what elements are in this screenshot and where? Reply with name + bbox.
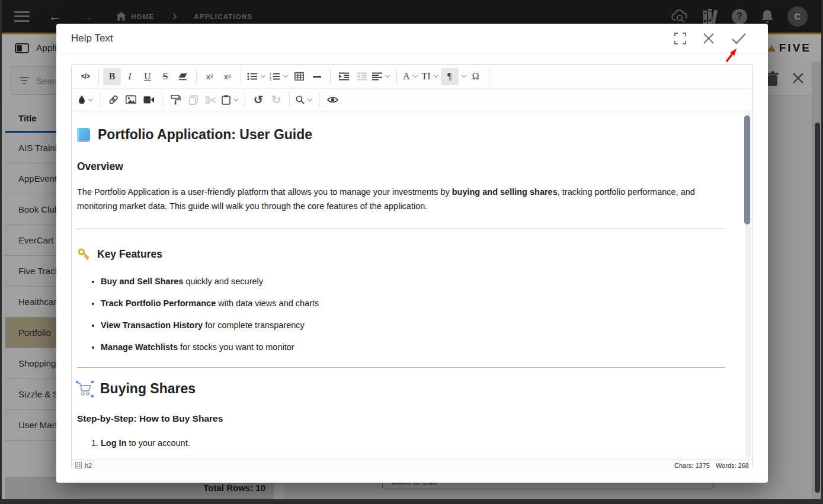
subscript-button[interactable]: x2 (219, 68, 236, 85)
paint-roller-button[interactable] (166, 91, 184, 108)
code-view-button[interactable]: </> (76, 68, 94, 85)
features-list: Buy and Sell Shares quickly and securely… (101, 277, 725, 352)
chevron-down-icon (433, 73, 438, 78)
chevron-down-icon (261, 73, 265, 78)
list-item: View Transaction History for complete tr… (101, 320, 725, 330)
editor-statusbar: h2 Chars: 1375 Words: 268 (72, 459, 752, 471)
chevron-down-icon[interactable] (461, 73, 466, 78)
underline-button[interactable]: U (139, 68, 156, 85)
chevron-down-icon (308, 96, 312, 101)
editor-scrollbar[interactable] (745, 113, 751, 458)
document[interactable]: Portfolio Application: User Guide Overvi… (72, 111, 752, 459)
modal-title: Help Text (71, 33, 113, 44)
modal-header: Help Text (56, 24, 768, 53)
font-color-button[interactable]: A (401, 68, 420, 85)
image-button[interactable] (122, 91, 140, 108)
chevron-down-icon (385, 73, 390, 78)
chevron-down-icon (88, 96, 93, 101)
cut-scissors-icon (202, 91, 220, 108)
superscript-button[interactable]: x2 (201, 68, 219, 85)
overview-paragraph: The Portfolio Application is a user-frie… (77, 185, 725, 213)
editor-content-area[interactable]: Portfolio Application: User Guide Overvi… (72, 111, 752, 459)
screen: ← → HOME APPLICATIONS ? (0, 0, 823, 504)
preview-eye-button[interactable] (324, 91, 341, 108)
save-check-icon[interactable] (731, 33, 747, 44)
text-color-droplet-button[interactable] (76, 91, 95, 108)
word-count: Words: 268 (716, 462, 749, 469)
window-border (0, 0, 2, 504)
italic-button[interactable]: I (121, 68, 139, 85)
current-block-tag: h2 (85, 462, 92, 469)
chevron-down-icon (233, 96, 238, 101)
help-text-modal: Help Text </> B I U (56, 24, 768, 483)
divider (77, 229, 725, 229)
outdent-button (353, 68, 370, 85)
redo-button: ↻ (267, 91, 285, 108)
editor-scrollbar-thumb[interactable] (744, 115, 750, 224)
buying-shares-heading: Buying Shares (77, 381, 725, 397)
font-size-button[interactable]: TI (420, 68, 441, 85)
link-button[interactable] (104, 91, 122, 108)
red-annotation-arrow (722, 45, 743, 66)
key-icon (77, 247, 91, 261)
ordered-list-button[interactable]: 123 (268, 68, 290, 85)
blue-book-icon (77, 128, 90, 142)
key-features-heading: Key Features (77, 247, 725, 261)
editor-toolbar-row1: </> B I U S x2 x2 123 (72, 65, 752, 89)
clear-format-eraser-icon[interactable] (174, 68, 192, 85)
table-button[interactable] (290, 68, 308, 85)
list-item: Track Portfolio Performance with data vi… (101, 298, 725, 308)
list-item: Log In to your account. (101, 438, 725, 448)
paragraph-style-button[interactable]: ¶ (441, 68, 459, 85)
video-button[interactable] (140, 91, 158, 108)
horizontal-rule-button[interactable] (308, 68, 326, 85)
unordered-list-button[interactable] (245, 68, 268, 85)
strikethrough-button[interactable]: S (156, 68, 174, 85)
steps-heading: Step-by-Step: How to Buy Shares (77, 413, 725, 424)
doc-title: Portfolio Application: User Guide (77, 127, 725, 143)
chevron-down-icon (412, 73, 417, 78)
paragraph-align-button[interactable] (370, 68, 392, 85)
close-icon[interactable] (703, 33, 715, 44)
copy-button (184, 91, 202, 108)
find-replace-button[interactable] (294, 91, 315, 108)
char-count: Chars: 1375 (674, 462, 710, 469)
shopping-cart-icon (77, 382, 92, 396)
window-border (0, 499, 823, 504)
indent-button[interactable] (335, 68, 353, 85)
undo-button[interactable]: ↺ (249, 91, 267, 108)
list-item: Buy and Sell Shares quickly and securely (101, 277, 725, 286)
editor-toolbar-row2: ↺ ↻ (72, 89, 752, 111)
bold-button[interactable]: B (103, 68, 121, 85)
fullscreen-icon[interactable] (674, 33, 686, 44)
rich-text-editor: </> B I U S x2 x2 123 (71, 64, 753, 469)
special-character-button[interactable]: Ω (467, 68, 485, 85)
paste-button[interactable] (220, 91, 241, 108)
overview-heading: Overview (77, 160, 725, 173)
steps-list: Log In to your account. (101, 438, 725, 448)
divider (77, 367, 725, 368)
list-item: Manage Watchlists for stocks you want to… (101, 342, 725, 352)
svg-text:3: 3 (270, 78, 271, 81)
resize-grid-icon[interactable] (75, 462, 82, 468)
chevron-down-icon (283, 73, 288, 78)
